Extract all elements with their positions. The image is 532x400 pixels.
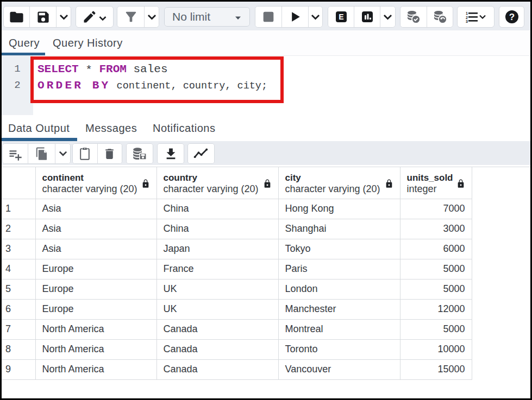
svg-text:1: 1 (466, 11, 468, 15)
svg-text:3: 3 (466, 20, 468, 23)
svg-text:E: E (339, 12, 343, 21)
svg-text:?: ? (509, 12, 514, 22)
svg-text:2: 2 (466, 16, 468, 20)
